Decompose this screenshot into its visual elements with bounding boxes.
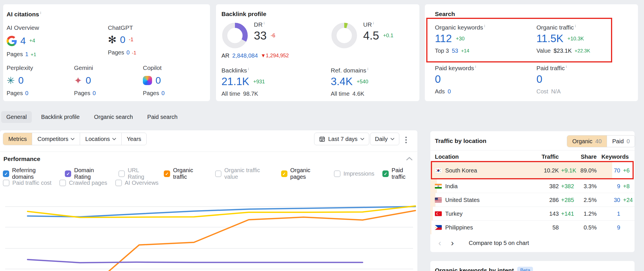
competitors-dropdown[interactable]: Competitors: [32, 133, 80, 145]
location-name[interactable]: Turkey: [445, 210, 462, 217]
share-value: 89.0%: [575, 167, 597, 174]
traffic-value: 382: [525, 183, 559, 189]
provider-chatgpt: ChatGPT ✻ 0 -1 Pages 0 -1: [108, 24, 136, 56]
checkbox-organic-traffic-value[interactable]: ✓Organic traffic value: [215, 167, 273, 180]
checkbox-impressions[interactable]: ✓Impressions: [334, 170, 374, 177]
tab-organic-search[interactable]: Organic search: [89, 111, 138, 123]
info-icon[interactable]: i: [264, 21, 264, 25]
traffic-by-location-card: Traffic by location Organic 40 Paid 0 Lo…: [430, 131, 635, 252]
pages-value[interactable]: 0: [127, 49, 130, 56]
keywords-value[interactable]: 70: [604, 167, 620, 174]
pages-value[interactable]: 0: [162, 90, 165, 97]
locations-dropdown[interactable]: Locations: [80, 133, 122, 145]
toggle-paid[interactable]: Paid 0: [607, 136, 635, 147]
keywords-value[interactable]: 9: [604, 183, 620, 189]
checkbox-domain-rating[interactable]: ✓Domain Rating: [65, 167, 110, 180]
paid-keywords-value[interactable]: 0: [435, 73, 441, 85]
info-icon[interactable]: i: [475, 64, 476, 69]
ref-domains-value[interactable]: 3.4K: [331, 76, 353, 88]
info-icon[interactable]: i: [40, 11, 41, 15]
chatgpt-citations-value[interactable]: 0: [120, 34, 125, 45]
toggle-organic[interactable]: Organic 40: [567, 136, 607, 147]
checkbox-url-rating[interactable]: ✓URL Rating: [118, 167, 156, 180]
metrics-button[interactable]: Metrics: [3, 133, 32, 145]
info-icon[interactable]: i: [575, 24, 576, 28]
top3-delta: +14: [461, 48, 469, 54]
pages-value[interactable]: 0: [25, 90, 28, 97]
copilot-citations-value[interactable]: 0: [155, 75, 161, 86]
ai-overview-citations-value[interactable]: 4: [20, 35, 26, 46]
top3-label: Top 3: [435, 48, 449, 54]
ai-overview-citations-delta: +4: [29, 38, 35, 44]
tab-backlink-profile[interactable]: Backlink profile: [36, 111, 85, 123]
table-header: Location Traffic Share Keywords: [430, 152, 635, 162]
paid-traffic-value[interactable]: 0: [536, 73, 542, 85]
tab-general[interactable]: General: [1, 111, 32, 123]
ref-domains-metric: Ref. domainsi 3.4K +540 All time 4.6K: [331, 67, 368, 97]
table-row-philippines[interactable]: Philippines 58 0.5% 9: [430, 221, 635, 234]
ar-value[interactable]: 2,848,084: [232, 52, 258, 59]
ads-value[interactable]: 0: [448, 88, 451, 95]
table-row-india[interactable]: India 382 +382 3.3% 9 +8: [430, 179, 635, 193]
table-row-united-states[interactable]: United States 286 +285 2.5% 30 +24: [430, 193, 635, 207]
checkbox-referring-domains[interactable]: ✓Referring domains: [3, 167, 57, 180]
tab-paid-search[interactable]: Paid search: [142, 111, 183, 123]
checkbox-paid-traffic[interactable]: ✓Paid traffic: [382, 167, 417, 180]
pages-value[interactable]: 1: [25, 51, 28, 58]
checkbox-organic-pages[interactable]: ✓Organic pages: [281, 167, 326, 180]
location-name[interactable]: Philippines: [445, 224, 473, 231]
table-row-turkey[interactable]: Turkey 143 +141 1.2% 1: [430, 207, 635, 221]
copilot-icon: [143, 76, 152, 85]
tab-bar: General Backlink profile Organic search …: [1, 111, 183, 123]
years-label: Years: [127, 136, 141, 142]
backlink-profile-card: Backlink profile DRi 33 -6 AR 2,848,084 …: [216, 4, 419, 101]
dr-donut-chart: [221, 22, 248, 49]
compare-top5-link[interactable]: Compare top 5 on chart: [469, 240, 529, 246]
column-traffic: Traffic: [525, 154, 559, 160]
keywords-value[interactable]: 30: [604, 197, 620, 203]
date-range-dropdown[interactable]: Last 7 days: [314, 133, 369, 145]
pages-value[interactable]: 0: [93, 90, 96, 97]
organic-traffic-value[interactable]: 11.5K: [536, 33, 563, 45]
years-button[interactable]: Years: [122, 133, 146, 145]
traffic-value: 286: [525, 197, 559, 203]
turkey-flag-icon: [435, 211, 442, 216]
more-options-button[interactable]: [403, 134, 409, 146]
openai-icon: ✻: [108, 35, 116, 45]
keywords-value[interactable]: 1: [604, 210, 620, 217]
chevron-down-icon: [390, 138, 394, 140]
granularity-dropdown[interactable]: Daily: [370, 133, 399, 145]
checkbox-organic-traffic[interactable]: ✓Organic traffic: [164, 167, 207, 180]
perplexity-citations-value[interactable]: 0: [18, 75, 24, 86]
organic-keywords-value[interactable]: 112: [435, 33, 452, 45]
organic-keywords-label: Organic keywords: [435, 24, 483, 31]
info-icon[interactable]: i: [566, 64, 567, 69]
info-icon[interactable]: i: [367, 67, 368, 71]
backlinks-value[interactable]: 21.1K: [221, 76, 249, 88]
gemini-citations-value[interactable]: 0: [86, 75, 91, 86]
value-delta: +22.3K: [575, 48, 590, 54]
top3-value[interactable]: 53: [452, 48, 458, 54]
backlinks-label: Backlinks: [221, 67, 247, 74]
info-icon[interactable]: i: [373, 21, 374, 25]
backlinks-metric: Backlinksi 21.1K +931 All time 98.7K: [221, 67, 265, 97]
location-name[interactable]: South Korea: [445, 167, 477, 174]
keywords-value[interactable]: 9: [604, 224, 620, 231]
granularity-label: Daily: [375, 136, 388, 142]
next-page-button[interactable]: ›: [451, 239, 454, 247]
prev-page-button[interactable]: ‹: [438, 239, 441, 247]
ur-value: 4.5: [363, 29, 379, 42]
alltime-label: All time: [221, 91, 240, 97]
table-row-south-korea[interactable]: South Korea 10.2K +9.1K 89.0% 70 +6: [430, 162, 635, 179]
paid-keywords-label: Paid keywords: [435, 65, 474, 71]
location-name[interactable]: India: [445, 183, 458, 189]
collapse-chevron-icon[interactable]: [406, 157, 413, 161]
location-name[interactable]: United States: [445, 197, 480, 203]
info-icon[interactable]: i: [248, 67, 249, 71]
info-icon[interactable]: i: [484, 24, 485, 28]
share-value: 0.5%: [575, 224, 597, 231]
provider-perplexity: Perplexity ✳ 0 Pages 0: [7, 64, 33, 97]
paid-count: 0: [627, 138, 630, 145]
keywords-delta: +6: [623, 167, 636, 174]
page: AI citationsi AI Overview 4 +4 Pages 1 +…: [0, 0, 644, 271]
